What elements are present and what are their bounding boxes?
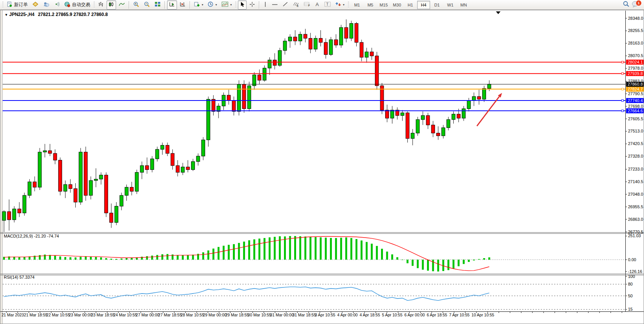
timeframe-m30[interactable]: M30 <box>391 1 403 9</box>
svg-text:0.00: 0.00 <box>628 257 636 262</box>
svg-text:24 Mar 10:55: 24 Mar 10:55 <box>113 313 137 317</box>
templates-button[interactable]: ▾ <box>220 0 234 10</box>
svg-text:27233.0: 27233.0 <box>628 167 643 171</box>
svg-text:28348.0: 28348.0 <box>628 16 643 21</box>
label-tool-icon: T <box>324 2 331 8</box>
auto-scroll-icon <box>169 2 175 8</box>
fibonacci-button[interactable]: E <box>291 0 301 10</box>
timeframe-m15[interactable]: M15 <box>377 1 390 9</box>
signals-icon <box>54 2 60 8</box>
svg-text:A: A <box>316 2 319 7</box>
auto-scroll-button[interactable] <box>167 0 177 10</box>
svg-text:23 Mar 18:55: 23 Mar 18:55 <box>91 313 115 317</box>
horizontal-line-button[interactable] <box>270 0 280 10</box>
svg-text:E: E <box>297 5 299 7</box>
chart-canvas[interactable]: ▼ JPN225-,H4 27821.2 27865.9 27820.7 278… <box>0 10 644 324</box>
svg-text:28255.5: 28255.5 <box>628 28 643 33</box>
svg-text:3 Apr 10:55: 3 Apr 10:55 <box>315 313 335 317</box>
chart-plot[interactable]: 28348.028255.528163.028070.527978.027883… <box>0 10 644 324</box>
chart-shift-icon <box>180 2 186 8</box>
new-order-button[interactable]: 新订单 <box>5 0 30 10</box>
svg-text:27513.0: 27513.0 <box>628 129 643 133</box>
new-order-icon <box>7 2 13 8</box>
timeframe-toolbar: M1M5M15M30H1H4D1W1MN <box>351 1 470 9</box>
line-chart-icon <box>119 2 125 8</box>
svg-text:10 Apr 10:55: 10 Apr 10:55 <box>472 313 494 317</box>
zoom-in-button[interactable] <box>131 0 141 10</box>
template-preview-icon <box>222 2 228 8</box>
svg-text:4 Apr 00:00: 4 Apr 00:00 <box>337 313 358 317</box>
grid-tool-button[interactable]: F <box>302 0 312 10</box>
chart-shift-button[interactable] <box>178 0 188 10</box>
autotrading-button[interactable]: 自动交易 <box>62 0 92 10</box>
svg-text:29 Mar 18:55: 29 Mar 18:55 <box>225 313 249 317</box>
text-tool-button[interactable]: A <box>313 0 322 10</box>
svg-text:5 Apr 10:55: 5 Apr 10:55 <box>382 313 403 317</box>
svg-text:28070.5: 28070.5 <box>628 53 643 58</box>
fibonacci-icon: E <box>293 1 299 8</box>
svg-text:100: 100 <box>628 274 635 279</box>
svg-text:29 Mar 00:00: 29 Mar 00:00 <box>203 313 226 317</box>
bar-chart-icon <box>98 2 104 8</box>
timeframe-m5[interactable]: M5 <box>364 1 377 9</box>
text-tool-icon: A <box>315 2 320 8</box>
notifications-button[interactable]: 1 <box>632 1 640 9</box>
svg-text:27 Mar 00:00: 27 Mar 00:00 <box>136 313 159 317</box>
svg-text:27740.4: 27740.4 <box>628 98 643 103</box>
svg-text:251.03: 251.03 <box>628 233 641 238</box>
new-chart-icon <box>194 2 200 8</box>
crosshair-button[interactable] <box>247 0 257 10</box>
svg-text:27939.8: 27939.8 <box>628 71 643 76</box>
arrows-tool-icon <box>335 2 341 8</box>
svg-text:6 Apr 18:55: 6 Apr 18:55 <box>427 313 447 317</box>
svg-text:27048.0: 27048.0 <box>628 192 643 196</box>
line-chart-button[interactable] <box>117 0 127 10</box>
terminal-window: 新订单 自动交易 <box>0 0 644 324</box>
svg-text:28 Mar 10:55: 28 Mar 10:55 <box>180 313 204 317</box>
market-button[interactable] <box>30 0 40 10</box>
svg-text:6 Apr 00:00: 6 Apr 00:00 <box>404 313 425 317</box>
svg-text:80: 80 <box>628 282 633 286</box>
bar-chart-button[interactable] <box>96 0 106 10</box>
clock-icon <box>208 2 214 8</box>
timeframe-mn[interactable]: MN <box>457 1 470 9</box>
trendline-button[interactable] <box>281 0 290 10</box>
svg-text:7 Apr 10:55: 7 Apr 10:55 <box>449 313 470 317</box>
label-tool-button[interactable]: T <box>322 0 333 10</box>
timeframe-d1[interactable]: D1 <box>430 1 443 9</box>
svg-text:28163.0: 28163.0 <box>628 41 643 45</box>
timeframe-h1[interactable]: H1 <box>404 1 417 9</box>
svg-text:28024.1: 28024.1 <box>628 60 643 64</box>
tile-windows-button[interactable] <box>153 0 163 10</box>
candlestick-chart-button[interactable] <box>107 0 116 10</box>
period-button[interactable]: ▾ <box>206 0 219 10</box>
timeframe-w1[interactable]: W1 <box>444 1 457 9</box>
signals-button[interactable] <box>52 0 62 10</box>
svg-text:27605.5: 27605.5 <box>628 117 643 121</box>
svg-text:27978.0: 27978.0 <box>628 66 643 70</box>
community-button[interactable] <box>41 0 51 10</box>
cursor-button[interactable] <box>238 0 247 10</box>
svg-text:27790.5: 27790.5 <box>628 91 643 96</box>
timeframe-m1[interactable]: M1 <box>351 1 363 9</box>
zoom-out-icon <box>144 2 150 8</box>
search-icon[interactable] <box>623 1 630 9</box>
toolbar-grip[interactable] <box>2 2 3 8</box>
svg-text:22 Mar 10:55: 22 Mar 10:55 <box>46 313 70 317</box>
svg-text:27824.7: 27824.7 <box>628 87 643 91</box>
community-icon <box>43 2 49 8</box>
svg-text:31 Mar 00:00: 31 Mar 00:00 <box>270 313 294 317</box>
svg-text:21 Mar 2023: 21 Mar 2023 <box>2 313 24 317</box>
svg-text:27 Mar 18:55: 27 Mar 18:55 <box>158 313 182 317</box>
timeframe-h4[interactable]: H4 <box>417 1 430 9</box>
notification-badge: 1 <box>636 0 642 6</box>
zoom-out-button[interactable] <box>142 0 152 10</box>
new-chart-button[interactable]: ▾ <box>192 0 205 10</box>
vertical-line-button[interactable] <box>261 0 269 10</box>
svg-text:15: 15 <box>628 307 633 311</box>
svg-text:26863.0: 26863.0 <box>628 217 643 222</box>
arrows-tool-button[interactable]: ▾ <box>333 0 346 10</box>
svg-text:-126.16: -126.16 <box>628 269 642 274</box>
toolbar: 新订单 自动交易 <box>0 0 644 10</box>
svg-text:30 Mar 10:55: 30 Mar 10:55 <box>248 313 271 317</box>
